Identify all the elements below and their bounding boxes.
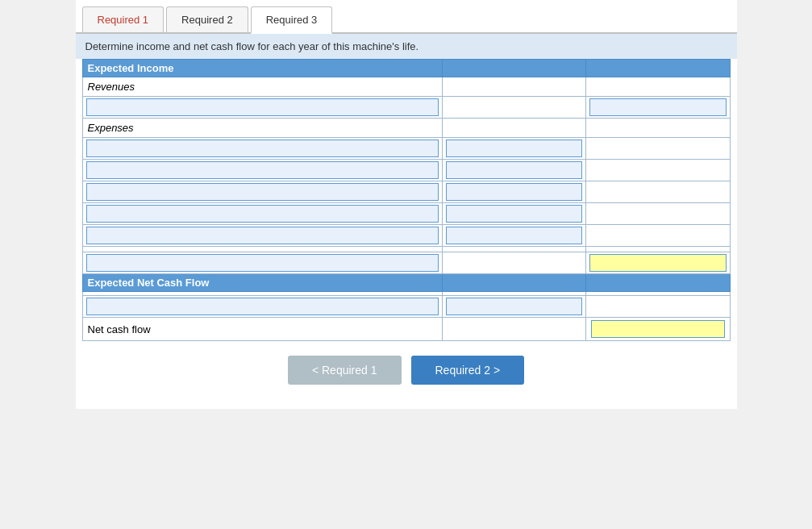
total-income-value[interactable] [589, 254, 726, 272]
net-cash-col2-input[interactable] [446, 298, 582, 315]
net-cash-label-input[interactable] [86, 298, 439, 315]
expense-label-2[interactable] [86, 161, 439, 179]
info-bar: Determine income and net cash flow for e… [76, 34, 737, 59]
expense-label-4[interactable] [86, 205, 439, 223]
section1-header-col3 [586, 60, 730, 77]
expense-col2-5[interactable] [446, 227, 582, 244]
net-cash-header: Expected Net Cash Flow [82, 274, 730, 292]
net-cash-flow-value[interactable] [591, 320, 724, 338]
prev-button[interactable]: < Required 1 [288, 356, 402, 385]
net-cash-flow-label: Net cash flow [82, 318, 442, 341]
expense-col2-2[interactable] [446, 161, 582, 179]
revenue-input-col3 [586, 97, 730, 119]
expense-input-row-3 [82, 181, 730, 203]
income-table: Expected Income Revenues [82, 59, 731, 341]
expense-input-row-2 [82, 160, 730, 181]
revenue-value-input[interactable] [589, 98, 726, 116]
section2-header-label: Expected Net Cash Flow [82, 274, 442, 292]
tab-required3[interactable]: Required 3 [251, 6, 333, 34]
section1-header-col2 [442, 60, 585, 77]
revenue-input-label[interactable] [86, 98, 439, 116]
expected-income-header: Expected Income [82, 60, 730, 77]
expense-input-row-1 [82, 138, 730, 160]
revenue-input-row [82, 97, 730, 119]
expense-label-5[interactable] [86, 227, 439, 244]
spacer-row [82, 247, 730, 252]
expense-input-row-5 [82, 225, 730, 247]
revenues-col3 [586, 77, 730, 97]
tabs-bar: Required 1 Required 2 Required 3 [76, 0, 737, 34]
page-wrapper: Required 1 Required 2 Required 3 Determi… [76, 0, 737, 409]
section2-header-col3 [586, 274, 730, 292]
expense-col2-3[interactable] [446, 183, 582, 201]
revenue-input-col2 [442, 97, 585, 119]
nav-buttons: < Required 1 Required 2 > [76, 356, 737, 385]
revenue-input-label-cell [82, 97, 442, 119]
net-cash-label-row: Net cash flow [82, 318, 730, 341]
expense-label-3[interactable] [86, 183, 439, 201]
total-income-label[interactable] [86, 254, 439, 272]
revenues-label-row: Revenues [82, 77, 730, 97]
revenues-col2 [442, 77, 585, 97]
expenses-col2 [442, 119, 585, 138]
main-table-wrapper: Expected Income Revenues [76, 59, 737, 341]
revenues-label: Revenues [82, 77, 442, 97]
tab-required2[interactable]: Required 2 [166, 6, 248, 32]
expense-col2-1[interactable] [446, 140, 582, 157]
section2-header-col2 [442, 274, 585, 292]
expense-col2-4[interactable] [446, 205, 582, 223]
next-button[interactable]: Required 2 > [411, 356, 525, 385]
expenses-label: Expenses [82, 119, 442, 138]
net-cash-input-row-2 [82, 296, 730, 318]
expense-label-1[interactable] [86, 140, 439, 157]
tab-required1[interactable]: Required 1 [82, 6, 164, 32]
total-income-row [82, 252, 730, 274]
expenses-label-row: Expenses [82, 119, 730, 138]
expense-input-row-4 [82, 203, 730, 225]
expenses-col3 [586, 119, 730, 138]
section1-header-label: Expected Income [82, 60, 442, 77]
